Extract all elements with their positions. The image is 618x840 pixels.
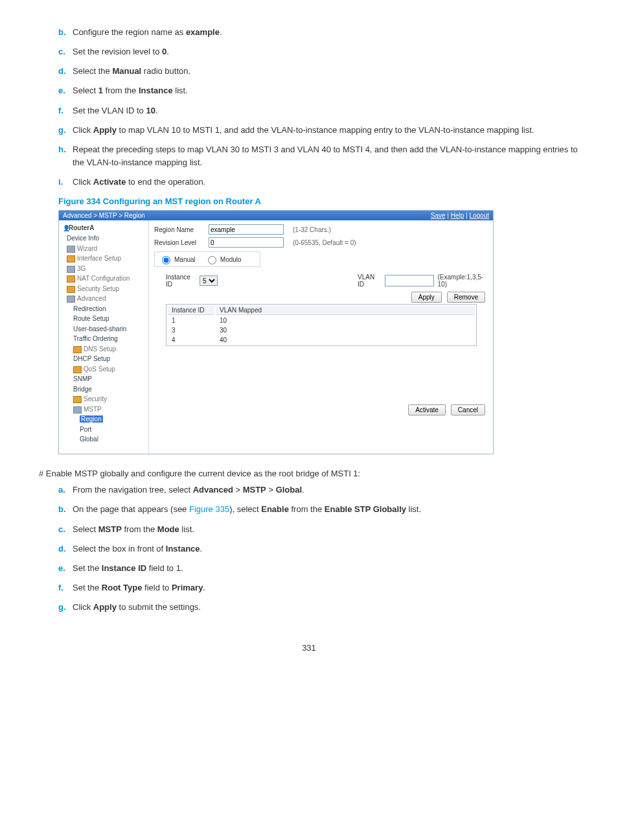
main-panel: Region Name (1-32 Chars.) Revision Level… [149,220,493,454]
region-name-hint: (1-32 Chars.) [293,226,331,233]
instance-id-label: Instance ID [166,274,196,288]
folder-icon [73,366,82,373]
tree-item[interactable]: NAT Configuration [63,274,146,284]
figure-335-link[interactable]: Figure 335 [189,504,229,514]
tree-item[interactable]: DNS Setup [63,344,146,355]
section-heading: # Enable MSTP globally and configure the… [39,469,579,478]
tree-item[interactable]: Advanced [63,294,146,304]
mode-manual-radio[interactable]: Manual [159,254,196,264]
tree-item[interactable]: Security Setup [63,284,146,294]
tree-item[interactable]: Device Info [63,233,146,244]
folder-icon [73,396,82,403]
revision-level-label: Revision Level [154,239,205,246]
logout-link[interactable]: Logout [469,212,489,219]
folder-icon [67,246,75,253]
breadcrumb: Advanced > MSTP > Region [63,212,145,219]
tree-root: 👤RouterA [63,223,146,233]
tree-item[interactable]: Traffic Ordering [63,334,146,344]
folder-icon [67,255,75,262]
region-name-label: Region Name [154,226,205,233]
activate-button[interactable]: Activate [408,404,446,415]
region-name-input[interactable] [209,224,284,235]
vlan-id-input[interactable] [385,275,434,286]
mode-group: Manual Modulo [154,251,260,267]
tree-item[interactable]: SNMP [63,374,146,384]
vlan-id-hint: (Example:1,3,5-10) [438,274,488,288]
tree-item[interactable]: Region [63,414,146,425]
tree-item[interactable]: Wizard [63,244,146,254]
steps-list-1: b.Configure the region name as example. … [39,26,579,189]
tree-item[interactable]: 3G [63,264,146,274]
steps-list-2: a.From the navigation tree, select Advan… [39,484,579,614]
remove-button[interactable]: Remove [447,292,485,303]
page-number: 331 [39,643,579,653]
table-row[interactable]: 330 [168,326,475,334]
ui-topbar: Advanced > MSTP > Region Save | Help | L… [59,211,493,220]
tree-item[interactable]: Redirection [63,304,146,314]
help-link[interactable]: Help [451,212,464,219]
folder-icon [67,286,75,293]
folder-icon [67,275,75,283]
mode-modulo-radio[interactable]: Modulo [205,254,242,264]
tree-item[interactable]: MSTP [63,404,146,415]
apply-button[interactable]: Apply [411,292,442,303]
cancel-button[interactable]: Cancel [451,404,485,415]
table-row[interactable]: 440 [168,336,475,344]
vlan-id-label: VLAN ID [358,274,380,288]
table-col-vlan-mapped: VLAN Mapped [216,306,475,315]
tree-item[interactable]: DHCP Setup [63,354,146,364]
folder-icon [73,346,82,353]
tree-item[interactable]: Interface Setup [63,253,146,264]
folder-icon [67,296,75,303]
embedded-ui-screenshot: Advanced > MSTP > Region Save | Help | L… [58,210,494,454]
folder-icon [73,406,82,414]
save-link[interactable]: Save [431,212,446,219]
tree-item[interactable]: Global [63,434,146,445]
mapping-table: Instance ID VLAN Mapped 110330440 [166,304,477,346]
folder-icon [67,266,75,273]
table-row[interactable]: 110 [168,316,475,325]
instance-id-select[interactable]: 5 [200,275,218,286]
nav-tree[interactable]: 👤RouterA Device InfoWizardInterface Setu… [59,220,149,454]
tree-item[interactable]: Port [63,425,146,435]
figure-caption: Figure 334 Configuring an MST region on … [39,196,579,206]
revision-level-input[interactable] [209,237,284,248]
table-col-instance-id: Instance ID [168,306,214,315]
revision-level-hint: (0-65535, Default = 0) [293,239,356,246]
tree-item[interactable]: Route Setup [63,314,146,324]
top-links: Save | Help | Logout [431,212,489,219]
tree-item[interactable]: Bridge [63,384,146,395]
tree-item[interactable]: Security [63,394,146,404]
tree-item[interactable]: QoS Setup [63,364,146,375]
tree-item[interactable]: User-based-sharin [63,324,146,334]
